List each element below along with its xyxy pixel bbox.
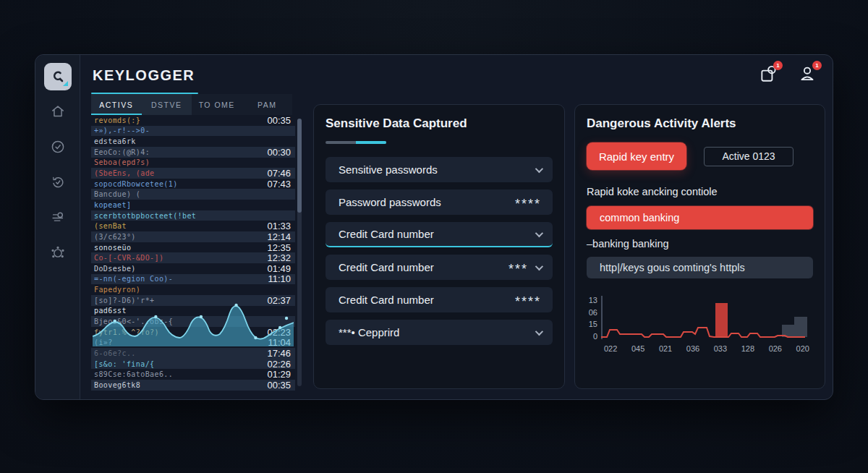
log-row[interactable]: s89Cse:6atoBae6..01:29: [91, 369, 295, 380]
captured-item-value: ****: [515, 197, 541, 212]
captured-item-right: ***: [509, 260, 541, 275]
log-row[interactable]: (senBat01:33: [91, 221, 295, 231]
captured-item-label: Password passwords: [339, 196, 441, 208]
y-tick-label: 15: [587, 320, 597, 328]
log-text: Bancdue) (: [94, 190, 140, 198]
log-text: s89Cse:6atoBae6..: [94, 370, 173, 378]
sidebar-item-tasks[interactable]: [49, 138, 67, 155]
captured-item-label: Credit Card number: [339, 294, 434, 306]
alert-description: Rapid koke ancking contiole: [587, 186, 813, 197]
log-text: +»),-r!-->0-: [94, 127, 150, 135]
log-row[interactable]: (i»?11:04: [91, 337, 295, 348]
log-time: 12:32: [267, 252, 291, 263]
log-row[interactable]: revomds(:}00:35: [91, 115, 295, 126]
suspicious-url-field[interactable]: http|/keys gous comting's httpls: [587, 257, 813, 278]
log-row[interactable]: Booveg6tk800:35: [91, 380, 295, 391]
log-row[interactable]: [so]?-D6)'r*+02:37: [91, 295, 295, 306]
log-text: kopeaet]: [94, 201, 131, 209]
log-row[interactable]: Fapedyron): [91, 284, 295, 295]
log-text: Booveg6tk8: [94, 381, 140, 389]
captured-item-right: ****: [515, 292, 541, 307]
log-text: Fapedyron): [94, 286, 140, 294]
log-list: revomds(:}00:35+»),-r!-->0-edstea6rkEeoC…: [91, 115, 295, 391]
log-time: 11:04: [268, 337, 291, 348]
log-row[interactable]: [s&o: 'fina/{02:26: [91, 359, 295, 370]
spike-bar: [715, 303, 728, 337]
captured-item[interactable]: ***• Cepprird: [326, 320, 553, 345]
log-row[interactable]: DoDsesbe)01:49: [91, 263, 295, 274]
log-row[interactable]: +»),-r!-->0-: [91, 126, 295, 137]
log-scrollbar: [297, 119, 302, 386]
tab-to-ome[interactable]: TO OME: [192, 94, 242, 115]
log-text: Co-[-CVR-&DO-]): [94, 254, 163, 262]
alerts-chart-x-axis: 022045021036033128026020: [601, 341, 812, 353]
sensitive-data-title: Sensitive Data Captured: [326, 116, 553, 131]
captured-item[interactable]: Credit Card number***: [326, 255, 553, 280]
log-row[interactable]: sopocdRbowcetee(1)07:43: [91, 179, 295, 189]
app-logo[interactable]: [44, 63, 72, 90]
sidebar-item-home[interactable]: [49, 103, 67, 120]
chevron-down-icon: [535, 262, 543, 270]
log-time: 00:35: [267, 115, 291, 126]
log-row[interactable]: Seboa(epd?s): [91, 158, 295, 169]
keylogger-logo-icon: [50, 69, 66, 85]
captured-progress-bar: [326, 141, 386, 144]
sidebar-item-activity[interactable]: [49, 209, 67, 226]
log-time: 12:35: [267, 242, 291, 253]
settings-icon: [50, 245, 66, 261]
sidebar-item-history[interactable]: [49, 174, 67, 191]
log-row[interactable]: EeoCo:(@R)4:00:30: [91, 147, 295, 158]
captured-item[interactable]: Credit Card number****: [326, 287, 553, 312]
log-row[interactable]: 6-o6e?c..17:46: [91, 348, 295, 359]
log-row[interactable]: (3/c623°)12:14: [91, 231, 295, 242]
notifications-button[interactable]: 1: [759, 64, 778, 83]
tab-activs[interactable]: ACTIVS: [91, 94, 142, 115]
alerts-panel: Dangerous Activity Alerts Rapid key entr…: [574, 104, 825, 389]
captured-items: Sensitive passwordsPassword passwords***…: [326, 157, 553, 345]
log-time: 02:26: [267, 359, 291, 370]
notification-badge: 1: [773, 61, 783, 70]
y-tick-label: 0: [587, 332, 597, 341]
tab-pam[interactable]: PAM: [242, 94, 293, 115]
x-tick-label: 022: [604, 344, 617, 353]
log-row[interactable]: =-nn(-egion Coo)-11:10: [91, 274, 295, 285]
sidebar-item-settings[interactable]: [49, 244, 67, 262]
log-time: 02:37: [267, 295, 291, 306]
log-scrollbar-thumb[interactable]: [297, 119, 302, 213]
alerts-title: Dangerous Activity Alerts: [587, 116, 813, 131]
log-text: revomds(:}: [94, 116, 140, 124]
log-row[interactable]: scerbtotbpbocteet(!bet: [91, 210, 295, 221]
log-row[interactable]: kopeaet]: [91, 200, 295, 210]
log-row[interactable]: pad6sst: [91, 306, 295, 317]
log-row[interactable]: (SbeEns, (ade07:46: [91, 168, 295, 179]
tab-dstve[interactable]: DSTVE: [142, 94, 192, 115]
rapid-key-entry-button[interactable]: Rapid key entry: [587, 142, 686, 170]
log-text: [s&o: 'fina/{: [94, 360, 154, 368]
profile-button[interactable]: 1: [798, 64, 817, 83]
page-title: KEYLOGGER: [93, 67, 195, 84]
alert-sub-label: –banking banking: [587, 238, 813, 250]
log-time: 11:10: [268, 273, 291, 284]
log-text: (SbeEns, (ade: [94, 169, 154, 177]
log-row[interactable]: Co-[-CVR-&DO-])12:32: [91, 252, 295, 263]
log-row[interactable]: Bjeos&0<-'..obs-{: [91, 316, 295, 327]
x-tick-label: 026: [769, 344, 782, 353]
app-window: KEYLOGGER 1 1 ACTIVSDSTVETO OMEPAM revom…: [35, 54, 833, 400]
log-text: DoDsesbe): [94, 265, 136, 273]
log-time: 12:14: [267, 231, 291, 242]
history-icon: [50, 174, 66, 190]
sidebar: [35, 55, 80, 399]
log-time: 07:43: [267, 179, 291, 189]
log-row[interactable]: edstea6rk: [91, 136, 295, 147]
captured-item[interactable]: Credit Card number: [326, 222, 553, 247]
active-filter-button[interactable]: Active 0123: [704, 147, 793, 166]
alert-banner[interactable]: common banking: [587, 206, 813, 229]
x-tick-label: 021: [659, 344, 672, 353]
log-row[interactable]: fytr1.% ^?fo?)02:23: [91, 327, 295, 338]
profile-badge: 1: [812, 61, 822, 70]
captured-item[interactable]: Password passwords****: [326, 189, 553, 215]
captured-item[interactable]: Sensitive passwords: [326, 157, 553, 182]
log-row[interactable]: Bancdue) (: [91, 189, 295, 200]
log-row[interactable]: sonoseüo12:35: [91, 242, 295, 253]
chevron-down-icon: [535, 229, 543, 236]
